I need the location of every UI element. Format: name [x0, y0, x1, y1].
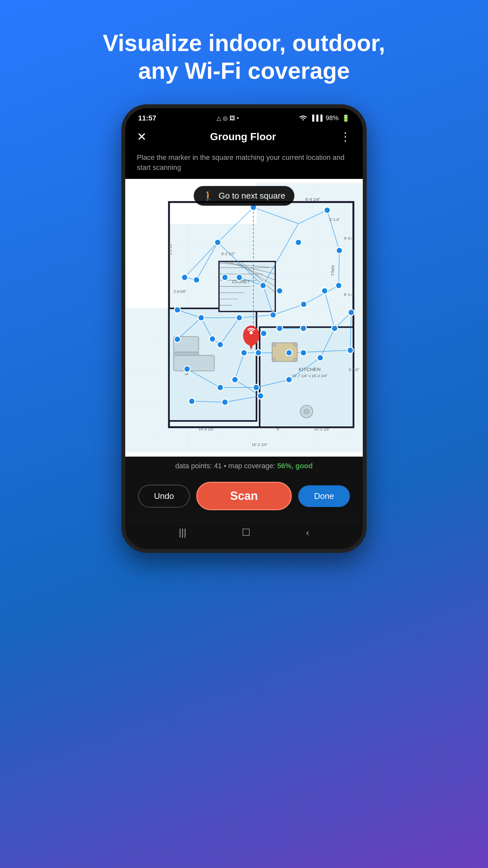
svg-point-126	[300, 326, 306, 332]
svg-point-96	[336, 247, 343, 253]
svg-line-76	[185, 277, 197, 280]
screen-title: Groung Floor	[210, 131, 276, 143]
svg-point-91	[182, 275, 188, 281]
status-time: 11:57	[138, 114, 156, 122]
svg-point-104	[217, 384, 223, 391]
separator: •	[224, 462, 228, 470]
svg-line-59	[320, 329, 335, 358]
svg-line-57	[256, 380, 289, 388]
svg-text:6'-1.4": 6'-1.4"	[344, 292, 355, 297]
svg-line-44	[218, 243, 263, 286]
svg-line-46	[298, 210, 327, 224]
svg-point-103	[184, 366, 190, 372]
svg-text:3'-2 1/2": 3'-2 1/2"	[168, 243, 172, 255]
svg-point-105	[253, 384, 259, 391]
svg-line-43	[185, 243, 218, 277]
home-button[interactable]: ☐	[242, 527, 251, 538]
done-button[interactable]: Done	[298, 485, 350, 507]
svg-line-68	[192, 401, 225, 402]
wifi-icon	[299, 114, 307, 122]
map-coverage-label: map coverage:	[228, 462, 275, 470]
svg-line-45	[263, 224, 298, 286]
svg-line-73	[263, 286, 273, 315]
phone-shell: 11:57 △ ◎ 🖼 • ▐▐▐ 98% 🔋 ✕ Groung Floor ⋮…	[121, 104, 367, 553]
svg-point-129	[243, 326, 259, 346]
svg-point-115	[258, 393, 264, 399]
status-icons-left: △ ◎ 🖼 •	[217, 115, 239, 122]
next-square-label: Go to next square	[219, 191, 285, 201]
svg-line-65	[235, 353, 244, 380]
svg-point-117	[189, 398, 195, 404]
back-button[interactable]: ‹	[306, 527, 309, 538]
svg-point-87	[300, 406, 313, 418]
svg-line-61	[350, 313, 351, 350]
top-bar: ✕ Groung Floor ⋮	[125, 126, 363, 150]
svg-line-41	[218, 208, 253, 243]
svg-point-127	[260, 330, 267, 337]
svg-text:CLOSET: CLOSET	[232, 280, 250, 284]
svg-point-83	[272, 343, 275, 346]
more-options-button[interactable]: ⋮	[339, 130, 351, 144]
svg-point-98	[300, 301, 306, 307]
svg-point-101	[198, 315, 204, 321]
svg-line-33	[219, 263, 275, 268]
svg-point-93	[260, 283, 266, 289]
svg-line-32	[222, 261, 275, 274]
svg-marker-130	[247, 340, 255, 350]
svg-point-112	[255, 350, 261, 356]
svg-line-70	[220, 318, 239, 345]
svg-point-108	[331, 326, 337, 332]
svg-point-95	[324, 207, 330, 213]
svg-rect-26	[219, 261, 275, 312]
scan-button[interactable]: Scan	[196, 482, 292, 510]
svg-point-121	[321, 288, 328, 294]
svg-text:16'-7 1/4" x 16'-2 1/4": 16'-7 1/4" x 16'-2 1/4"	[292, 374, 327, 378]
walk-icon: 🚶	[203, 190, 214, 201]
svg-line-67	[225, 396, 260, 402]
svg-line-75	[197, 243, 218, 280]
svg-point-119	[217, 342, 223, 348]
svg-line-74	[239, 277, 263, 285]
svg-point-102	[174, 337, 181, 343]
instruction-text: Place the marker in the square matching …	[125, 150, 363, 179]
svg-line-49	[304, 286, 338, 305]
svg-text:HALL: HALL	[330, 266, 335, 276]
undo-button[interactable]: Undo	[138, 485, 190, 507]
battery-text: 98%	[326, 114, 338, 122]
svg-point-84	[294, 343, 298, 346]
data-points: data points: 41	[175, 462, 222, 470]
svg-line-66	[235, 380, 260, 396]
svg-point-106	[286, 376, 292, 383]
svg-point-0	[302, 119, 304, 120]
close-button[interactable]: ✕	[137, 130, 147, 144]
svg-point-88	[304, 409, 309, 414]
recent-apps-button[interactable]: |||	[179, 527, 186, 538]
svg-rect-82	[272, 343, 297, 362]
svg-point-111	[286, 350, 292, 356]
svg-line-31	[228, 261, 275, 280]
svg-point-109	[348, 309, 354, 315]
map-area[interactable]: LIVING ROOM 15'-10 3/4" KITCHEN 16'-7 1/…	[125, 179, 363, 457]
svg-point-120	[276, 326, 283, 332]
svg-line-30	[235, 261, 275, 286]
svg-line-55	[187, 369, 221, 388]
svg-rect-18	[125, 183, 169, 308]
svg-text:5'-1/2": 5'-1/2"	[349, 368, 359, 372]
svg-point-100	[236, 315, 242, 321]
svg-point-124	[236, 275, 242, 281]
svg-rect-1	[125, 183, 363, 453]
svg-rect-20	[169, 308, 257, 421]
svg-text:8": 8"	[276, 427, 280, 431]
svg-point-113	[241, 350, 247, 356]
svg-point-114	[232, 376, 238, 383]
svg-point-110	[347, 347, 353, 353]
svg-line-58	[289, 358, 320, 380]
svg-point-118	[174, 307, 181, 313]
next-square-badge[interactable]: 🚶 Go to next square	[194, 186, 294, 206]
status-bar: 11:57 △ ◎ 🖼 • ▐▐▐ 98% 🔋	[125, 108, 363, 126]
svg-point-131	[250, 331, 253, 335]
svg-point-116	[222, 399, 228, 405]
svg-point-107	[317, 355, 323, 361]
svg-text:6'-2 1/2": 6'-2 1/2"	[221, 252, 235, 256]
svg-line-78	[201, 318, 213, 339]
